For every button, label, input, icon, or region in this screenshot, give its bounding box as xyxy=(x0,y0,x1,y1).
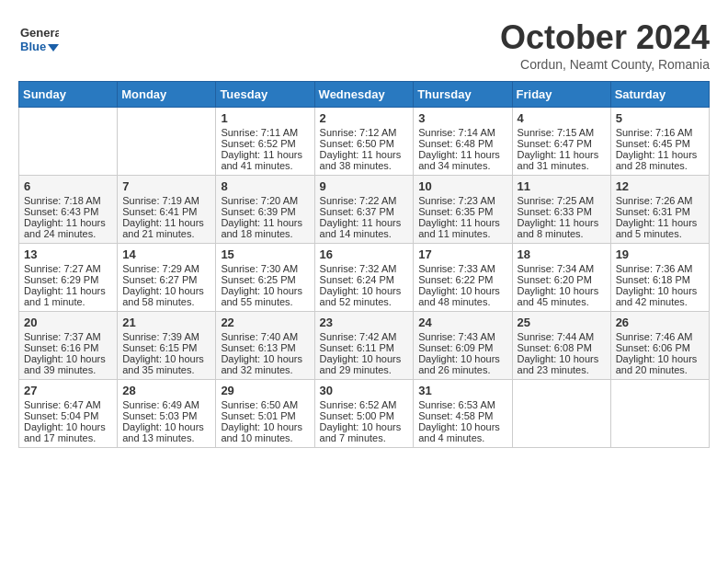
daylight-text: Daylight: 11 hours and 8 minutes. xyxy=(518,217,599,239)
svg-text:General: General xyxy=(20,26,59,40)
sunrise-text: Sunrise: 7:20 AM xyxy=(221,195,298,206)
calendar-cell: 20 Sunrise: 7:37 AM Sunset: 6:16 PM Dayl… xyxy=(19,312,118,380)
calendar-cell: 1 Sunrise: 7:11 AM Sunset: 6:52 PM Dayli… xyxy=(216,108,314,176)
sunrise-text: Sunrise: 7:26 AM xyxy=(616,195,693,206)
sunset-text: Sunset: 6:20 PM xyxy=(518,274,592,285)
daylight-text: Daylight: 11 hours and 14 minutes. xyxy=(320,217,402,239)
logo-icon: General Blue xyxy=(18,18,59,59)
calendar-cell: 3 Sunrise: 7:14 AM Sunset: 6:48 PM Dayli… xyxy=(414,108,512,176)
sunset-text: Sunset: 4:58 PM xyxy=(418,410,493,421)
calendar-week-row: 1 Sunrise: 7:11 AM Sunset: 6:52 PM Dayli… xyxy=(19,108,710,176)
sunset-text: Sunset: 6:24 PM xyxy=(320,274,394,285)
day-number: 9 xyxy=(320,179,409,193)
daylight-text: Daylight: 11 hours and 24 minutes. xyxy=(24,217,106,239)
sunrise-text: Sunrise: 6:53 AM xyxy=(418,399,495,410)
daylight-text: Daylight: 10 hours and 55 minutes. xyxy=(221,285,302,307)
day-number: 2 xyxy=(320,111,409,125)
calendar-week-row: 20 Sunrise: 7:37 AM Sunset: 6:16 PM Dayl… xyxy=(19,312,710,380)
svg-text:Blue: Blue xyxy=(20,40,46,53)
calendar-cell: 23 Sunrise: 7:42 AM Sunset: 6:11 PM Dayl… xyxy=(314,312,414,380)
calendar-cell: 12 Sunrise: 7:26 AM Sunset: 6:31 PM Dayl… xyxy=(610,176,709,244)
sunset-text: Sunset: 6:18 PM xyxy=(616,274,690,285)
day-number: 6 xyxy=(24,179,112,193)
calendar-cell: 26 Sunrise: 7:46 AM Sunset: 6:06 PM Dayl… xyxy=(610,312,709,380)
sunset-text: Sunset: 6:15 PM xyxy=(122,342,197,353)
sunset-text: Sunset: 5:04 PM xyxy=(24,410,98,421)
sunrise-text: Sunrise: 7:44 AM xyxy=(518,331,595,342)
sunset-text: Sunset: 6:48 PM xyxy=(418,138,493,149)
sunrise-text: Sunrise: 6:47 AM xyxy=(24,399,101,410)
day-number: 15 xyxy=(221,247,309,261)
sunset-text: Sunset: 6:45 PM xyxy=(616,138,690,149)
day-number: 26 xyxy=(616,316,704,329)
day-number: 11 xyxy=(518,179,606,193)
day-number: 13 xyxy=(24,247,112,261)
sunset-text: Sunset: 6:13 PM xyxy=(221,342,295,353)
daylight-text: Daylight: 10 hours and 7 minutes. xyxy=(320,421,402,443)
sunset-text: Sunset: 6:41 PM xyxy=(122,206,197,217)
sunrise-text: Sunrise: 7:36 AM xyxy=(616,263,693,274)
calendar-cell: 29 Sunrise: 6:50 AM Sunset: 5:01 PM Dayl… xyxy=(216,380,314,448)
daylight-text: Daylight: 11 hours and 38 minutes. xyxy=(320,149,402,171)
sunrise-text: Sunrise: 7:23 AM xyxy=(418,195,495,206)
daylight-text: Daylight: 11 hours and 28 minutes. xyxy=(616,149,698,171)
day-number: 1 xyxy=(221,111,309,125)
sunrise-text: Sunrise: 7:34 AM xyxy=(518,263,595,274)
sunrise-text: Sunrise: 7:32 AM xyxy=(320,263,397,274)
sunset-text: Sunset: 5:00 PM xyxy=(320,410,394,421)
daylight-text: Daylight: 10 hours and 32 minutes. xyxy=(221,353,302,375)
calendar-cell: 28 Sunrise: 6:49 AM Sunset: 5:03 PM Dayl… xyxy=(118,380,216,448)
daylight-text: Daylight: 11 hours and 1 minute. xyxy=(24,285,106,307)
daylight-text: Daylight: 10 hours and 10 minutes. xyxy=(221,421,302,443)
daylight-text: Daylight: 10 hours and 58 minutes. xyxy=(122,285,204,307)
daylight-text: Daylight: 11 hours and 18 minutes. xyxy=(221,217,302,239)
month-title: October 2024 xyxy=(500,18,710,57)
day-number: 21 xyxy=(122,316,210,329)
sunset-text: Sunset: 6:08 PM xyxy=(518,342,592,353)
sunset-text: Sunset: 6:25 PM xyxy=(221,274,295,285)
calendar-cell: 24 Sunrise: 7:43 AM Sunset: 6:09 PM Dayl… xyxy=(414,312,512,380)
daylight-text: Daylight: 10 hours and 17 minutes. xyxy=(24,421,106,443)
day-number: 3 xyxy=(418,111,506,125)
day-number: 20 xyxy=(24,316,112,329)
calendar-cell: 13 Sunrise: 7:27 AM Sunset: 6:29 PM Dayl… xyxy=(19,244,118,312)
sunset-text: Sunset: 6:29 PM xyxy=(24,274,98,285)
daylight-text: Daylight: 11 hours and 41 minutes. xyxy=(221,149,302,171)
weekday-header: Saturday xyxy=(610,82,709,108)
daylight-text: Daylight: 10 hours and 35 minutes. xyxy=(122,353,204,375)
calendar-cell: 16 Sunrise: 7:32 AM Sunset: 6:24 PM Dayl… xyxy=(314,244,414,312)
sunrise-text: Sunrise: 7:43 AM xyxy=(418,331,495,342)
calendar-cell: 19 Sunrise: 7:36 AM Sunset: 6:18 PM Dayl… xyxy=(610,244,709,312)
location: Cordun, Neamt County, Romania xyxy=(500,57,710,72)
calendar-cell: 30 Sunrise: 6:52 AM Sunset: 5:00 PM Dayl… xyxy=(314,380,414,448)
calendar-cell: 9 Sunrise: 7:22 AM Sunset: 6:37 PM Dayli… xyxy=(314,176,414,244)
sunrise-text: Sunrise: 7:40 AM xyxy=(221,331,298,342)
sunrise-text: Sunrise: 7:42 AM xyxy=(320,331,397,342)
day-number: 23 xyxy=(320,316,409,329)
svg-marker-2 xyxy=(48,44,59,52)
sunrise-text: Sunrise: 7:22 AM xyxy=(320,195,397,206)
sunrise-text: Sunrise: 7:16 AM xyxy=(616,127,693,138)
sunset-text: Sunset: 6:43 PM xyxy=(24,206,98,217)
sunrise-text: Sunrise: 7:29 AM xyxy=(122,263,199,274)
sunrise-text: Sunrise: 7:18 AM xyxy=(24,195,101,206)
page-header: General Blue October 2024 Cordun, Neamt … xyxy=(18,18,710,72)
calendar-cell: 31 Sunrise: 6:53 AM Sunset: 4:58 PM Dayl… xyxy=(414,380,512,448)
calendar-cell: 14 Sunrise: 7:29 AM Sunset: 6:27 PM Dayl… xyxy=(118,244,216,312)
sunset-text: Sunset: 6:09 PM xyxy=(418,342,493,353)
calendar-cell: 7 Sunrise: 7:19 AM Sunset: 6:41 PM Dayli… xyxy=(118,176,216,244)
day-number: 16 xyxy=(320,247,409,261)
calendar-cell: 4 Sunrise: 7:15 AM Sunset: 6:47 PM Dayli… xyxy=(512,108,610,176)
sunrise-text: Sunrise: 7:39 AM xyxy=(122,331,199,342)
calendar-cell xyxy=(19,108,118,176)
weekday-header: Sunday xyxy=(19,82,118,108)
day-number: 12 xyxy=(616,179,704,193)
day-number: 18 xyxy=(518,247,606,261)
sunset-text: Sunset: 6:22 PM xyxy=(418,274,493,285)
calendar-cell: 15 Sunrise: 7:30 AM Sunset: 6:25 PM Dayl… xyxy=(216,244,314,312)
day-number: 24 xyxy=(418,316,506,329)
weekday-header: Monday xyxy=(118,82,216,108)
sunrise-text: Sunrise: 7:19 AM xyxy=(122,195,199,206)
day-number: 31 xyxy=(418,384,506,397)
day-number: 14 xyxy=(122,247,210,261)
